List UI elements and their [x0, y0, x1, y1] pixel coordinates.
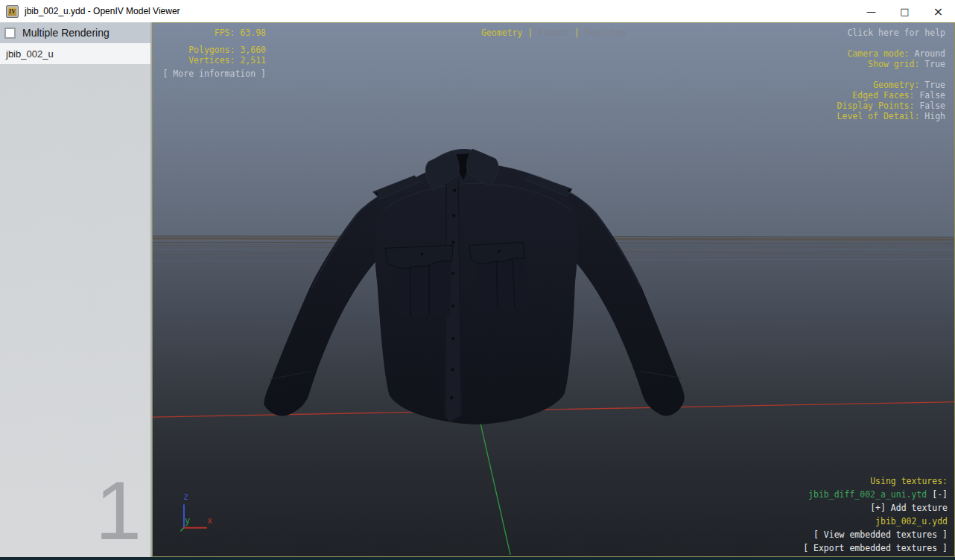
- tab-skeleton[interactable]: Skeleton: [585, 28, 626, 38]
- texture-name[interactable]: jbib_diff_002_a_uni.ytd: [808, 489, 927, 500]
- multiple-rendering-label: Multiple Rendering: [22, 27, 110, 39]
- gizmo-y-axis: [180, 528, 183, 531]
- camera-mode-row[interactable]: Camera mode: Around: [837, 48, 945, 59]
- openiv-icon: IV: [6, 5, 19, 18]
- page-indicator: 1: [95, 469, 142, 553]
- add-texture-button[interactable]: [+] Add texture: [803, 501, 948, 515]
- multiple-rendering-checkbox[interactable]: [4, 28, 16, 39]
- model-list-item[interactable]: jbib_002_u: [0, 43, 150, 64]
- title-bar[interactable]: IV jbib_002_u.ydd - OpenIV Model Viewer …: [0, 0, 955, 22]
- world-y-axis-line: [478, 411, 510, 555]
- minimize-button[interactable]: —: [854, 0, 888, 22]
- edged-faces-label: Edged Faces:: [852, 90, 914, 101]
- display-points-label: Display Points:: [837, 101, 915, 111]
- geometry-label: Geometry:: [873, 80, 919, 90]
- model-shirt: [264, 149, 684, 424]
- display-points-value: False: [919, 101, 945, 111]
- textures-block: Using textures: jbib_diff_002_a_uni.ytd …: [803, 474, 948, 555]
- vertices-readout: Vertices: 2,511: [160, 55, 266, 66]
- show-grid-row[interactable]: Show grid: True: [837, 59, 945, 69]
- close-button[interactable]: ×: [921, 0, 955, 22]
- help-link[interactable]: Click here for help: [837, 28, 945, 38]
- tab-separator: |: [527, 28, 533, 38]
- settings-block: Click here for help Camera mode: Around …: [837, 23, 945, 121]
- view-embedded-textures-button[interactable]: [ View embedded textures ]: [803, 528, 948, 541]
- camera-mode-value: Around: [914, 48, 945, 59]
- model-viewport[interactable]: FPS: 63.98 Polygons: 3,660 Vertices: 2,5…: [152, 22, 955, 557]
- app-window: IV jbib_002_u.ydd - OpenIV Model Viewer …: [0, 0, 955, 560]
- tab-separator: |: [574, 28, 580, 38]
- geometry-value: True: [924, 80, 945, 90]
- tab-bounds[interactable]: Bounds: [538, 28, 569, 38]
- show-grid-label: Show grid:: [868, 59, 919, 69]
- multiple-rendering-row: Multiple Rendering: [0, 22, 150, 43]
- axis-z-label: z: [183, 492, 188, 501]
- openiv-icon-text: IV: [8, 7, 16, 16]
- model-sidebar: Multiple Rendering jbib_002_u 1: [0, 22, 152, 557]
- polygons-readout: Polygons: 3,660: [160, 45, 266, 55]
- using-textures-header: Using textures:: [803, 474, 948, 488]
- export-embedded-textures-button[interactable]: [ Export embedded textures ]: [803, 541, 948, 555]
- display-points-row[interactable]: Display Points: False: [837, 101, 945, 111]
- edged-faces-row[interactable]: Edged Faces: False: [837, 90, 945, 101]
- view-tabs: Geometry | Bounds | Skeleton: [153, 28, 954, 38]
- remove-texture-button[interactable]: [-]: [932, 489, 948, 500]
- edged-faces-value: False: [919, 90, 945, 101]
- camera-mode-label: Camera mode:: [847, 48, 909, 59]
- texture-row: jbib_diff_002_a_uni.ytd [-]: [803, 488, 948, 501]
- level-of-detail-value: High: [924, 111, 945, 121]
- show-grid-value: True: [924, 59, 945, 69]
- window-title: jbib_002_u.ydd - OpenIV Model Viewer: [25, 6, 180, 16]
- model-file-name: jbib_002_u.ydd: [803, 515, 948, 528]
- window-bottom-border: [0, 557, 955, 560]
- axis-x-label: x: [207, 516, 212, 525]
- more-information-button[interactable]: [ More information ]: [160, 69, 266, 79]
- tab-geometry[interactable]: Geometry: [481, 28, 522, 38]
- axis-y-label: y: [185, 516, 190, 525]
- geometry-row[interactable]: Geometry: True: [837, 80, 945, 90]
- maximize-button[interactable]: □: [888, 0, 921, 22]
- window-controls: — □ ×: [854, 0, 955, 22]
- level-of-detail-row[interactable]: Level of Detail: High: [837, 111, 945, 121]
- level-of-detail-label: Level of Detail:: [837, 111, 920, 121]
